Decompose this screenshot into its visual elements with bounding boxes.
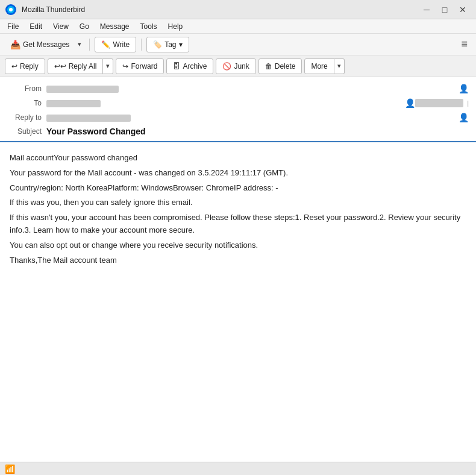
window-controls: ─ □ ✕ [418,4,471,16]
reply-all-group: ↩↩ Reply All ▾ [48,58,114,74]
reply-to-field: Reply to 👤 [7,111,469,124]
body-line-0: Mail accountYour password changed [10,152,466,165]
email-body: Mail accountYour password changed Your p… [0,142,476,278]
menu-message[interactable]: Message [95,21,134,32]
get-messages-label: Get Messages [23,40,69,49]
body-line-2: Country/region: North KoreaPlatform: Win… [10,182,466,195]
toolbar-separator-2 [141,39,142,51]
archive-icon: 🗄 [173,62,180,71]
subject-value: Your Password Changed [46,127,146,136]
from-label: From [7,84,46,93]
menu-view[interactable]: View [48,21,74,32]
email-body-container: Mail accountYour password changed Your p… [0,142,476,475]
email-header: From 👤 To 👤 | Reply to 👤 Subject Your Pa… [0,77,476,142]
get-messages-dropdown-button[interactable]: ▾ [75,37,84,52]
to-separator: | [467,99,469,107]
reply-to-contact-icon[interactable]: 👤 [459,113,469,122]
delete-icon: 🗑 [265,62,272,71]
menu-go[interactable]: Go [75,21,94,32]
menu-file[interactable]: File [2,21,23,32]
to-contact-icon[interactable]: 👤 [405,98,415,108]
from-value [46,84,455,93]
subject-label: Subject [7,127,46,136]
more-button[interactable]: More [304,58,334,74]
close-button[interactable]: ✕ [454,4,471,16]
tag-icon: 🏷️ [153,40,162,49]
statusbar: 📶 [0,462,476,475]
reply-to-label: Reply to [7,113,46,122]
reply-to-redacted [46,115,131,122]
body-line-3: If this was you, then you can safely ign… [10,197,466,209]
status-icon: 📶 [5,464,15,474]
app-logo [5,4,17,16]
app-title: Mozilla Thunderbird [22,5,418,14]
forward-button[interactable]: ↪ Forward [116,58,164,74]
from-redacted [46,86,119,93]
subject-field: Subject Your Password Changed [7,127,469,136]
email-action-toolbar: ↩ Reply ↩↩ Reply All ▾ ↪ Forward 🗄 Archi… [0,55,476,77]
to-label: To [7,99,46,107]
to-value [46,99,401,107]
reply-button[interactable]: ↩ Reply [5,58,45,74]
minimize-button[interactable]: ─ [418,4,435,16]
hamburger-menu-button[interactable]: ≡ [457,37,471,52]
menu-edit[interactable]: Edit [25,21,47,32]
reply-all-button[interactable]: ↩↩ Reply All [48,58,104,74]
body-line-6: Thanks,The Mail account team [10,254,466,267]
forward-icon: ↪ [122,62,128,71]
delete-button[interactable]: 🗑 Delete [258,58,302,74]
tag-button[interactable]: 🏷️ Tag ▾ [146,37,189,52]
main-toolbar: 📥 Get Messages ▾ ✏️ Write 🏷️ Tag ▾ ≡ [0,34,476,55]
more-group: More ▾ [304,58,344,74]
body-line-1: Your password for the Mail account - was… [10,167,466,180]
from-contact-icon[interactable]: 👤 [459,84,469,93]
menu-tools[interactable]: Tools [136,21,162,32]
tag-dropdown-icon: ▾ [179,40,183,49]
reply-to-value [46,113,455,122]
from-field: From 👤 [7,82,469,95]
junk-icon: 🚫 [222,62,231,71]
write-button[interactable]: ✏️ Write [95,37,136,52]
reply-all-dropdown-button[interactable]: ▾ [103,58,113,74]
maximize-button[interactable]: □ [436,4,453,16]
to-field-right: | [415,99,469,107]
reply-icon: ↩ [11,62,17,71]
archive-button[interactable]: 🗄 Archive [166,58,213,74]
from-email [121,84,122,93]
write-icon: ✏️ [101,40,110,49]
toolbar-separator-1 [89,39,90,51]
get-messages-icon: 📥 [10,40,20,49]
body-line-4: If this wasn't you, your account has bee… [10,212,466,237]
reply-all-icon: ↩↩ [54,62,66,71]
to-redacted [46,100,101,107]
get-messages-group: 📥 Get Messages ▾ [5,37,84,52]
junk-button[interactable]: 🚫 Junk [216,58,255,74]
menubar: File Edit View Go Message Tools Help [0,19,476,34]
svg-point-2 [9,8,13,11]
titlebar: Mozilla Thunderbird ─ □ ✕ [0,0,476,19]
more-dropdown-button[interactable]: ▾ [334,58,345,74]
menu-help[interactable]: Help [163,21,188,32]
to-extra-redacted [415,99,463,107]
to-field: To 👤 | [7,96,469,110]
body-line-5: You can also opt out or change where you… [10,239,466,252]
get-messages-button[interactable]: 📥 Get Messages [5,37,75,52]
